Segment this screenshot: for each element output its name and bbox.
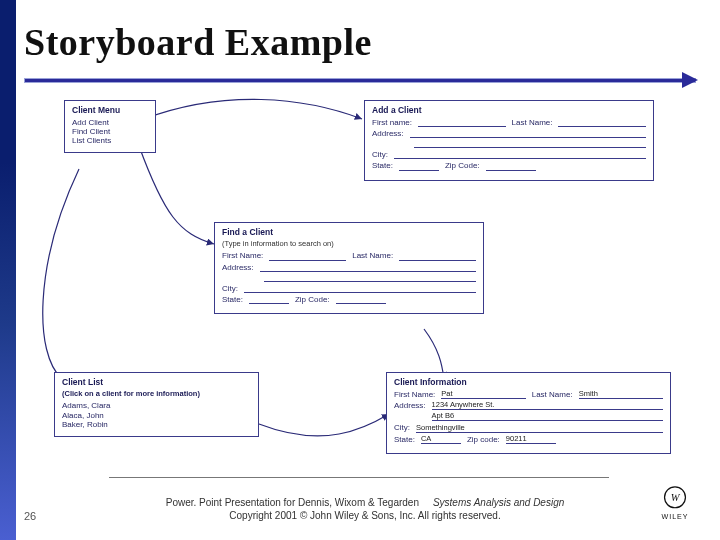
label-zip: Zip code: [467, 435, 500, 444]
publisher-logo: W WILEY [656, 484, 694, 522]
label-city: City: [222, 284, 238, 293]
label-last-name: Last Name: [352, 251, 393, 260]
footer-text: Power. Point Presentation for Dennis, Wi… [74, 497, 656, 522]
blank-line [414, 140, 646, 148]
menu-item: List Clients [72, 136, 148, 145]
frame-client-list: Client List (Click on a client for more … [54, 372, 259, 437]
footer-copyright: Copyright 2001 © John Wiley & Sons, Inc.… [229, 510, 500, 521]
label-city: City: [372, 150, 388, 159]
menu-item: Find Client [72, 127, 148, 136]
slide-footer: 26 Power. Point Presentation for Dennis,… [24, 477, 694, 522]
label-state: State: [222, 295, 243, 304]
value-first-name: Pat [441, 390, 525, 399]
blank-line [486, 163, 536, 171]
label-address: Address: [372, 129, 404, 138]
svg-text:W: W [671, 492, 681, 503]
storyboard-canvas: Client Menu Add Client Find Client List … [24, 94, 696, 464]
frame-client-info: Client Information First Name:Pat Last N… [386, 372, 671, 454]
frame-hint: (Click on a client for more information) [62, 390, 251, 399]
blank-line [269, 253, 346, 261]
blank-line [558, 119, 646, 127]
value-zip: 90211 [506, 435, 556, 444]
blank-line [410, 130, 646, 138]
label-address: Address: [222, 263, 254, 272]
menu-item: Add Client [72, 118, 148, 127]
footer-rule [109, 477, 609, 478]
blank-line [244, 285, 476, 293]
blank-line [399, 253, 476, 261]
blank-line [264, 274, 476, 282]
list-item: Baker, Robin [62, 420, 251, 429]
page-number: 26 [24, 510, 74, 522]
label-zip: Zip Code: [445, 161, 480, 170]
label-zip: Zip Code: [295, 295, 330, 304]
label-last-name: Last Name: [532, 390, 573, 399]
footer-credit: Power. Point Presentation for Dennis, Wi… [166, 497, 419, 508]
list-item: Adams, Clara [62, 401, 251, 410]
frame-hint: (Type in information to search on) [222, 240, 476, 249]
list-item: Alaca, John [62, 411, 251, 420]
frame-header: Client Information [394, 378, 663, 388]
value-state: CA [421, 435, 461, 444]
blank-line [399, 163, 439, 171]
value-last-name: Smith [579, 390, 663, 399]
frame-header: Add a Client [372, 106, 646, 116]
label-state: State: [372, 161, 393, 170]
frame-client-menu: Client Menu Add Client Find Client List … [64, 100, 156, 153]
slide-accent-strip [0, 0, 16, 540]
value-city: Somethingville [416, 424, 663, 433]
title-underline [24, 76, 696, 84]
footer-book-title: Systems Analysis and Design [433, 497, 564, 508]
value-address1: 1234 Anywhere St. [432, 401, 663, 410]
svg-text:WILEY: WILEY [662, 513, 689, 521]
label-first-name: First name: [372, 118, 412, 127]
wiley-icon: W WILEY [656, 484, 694, 522]
blank-line [418, 119, 506, 127]
frame-find-client: Find a Client (Type in information to se… [214, 222, 484, 314]
blank-line [394, 151, 646, 159]
frame-add-client: Add a Client First name: Last Name: Addr… [364, 100, 654, 181]
arrow-right-icon [682, 72, 698, 88]
blank-line [260, 264, 476, 272]
label-first-name: First Name: [222, 251, 263, 260]
blank-line [249, 296, 289, 304]
label-state: State: [394, 435, 415, 444]
frame-header: Client List [62, 378, 251, 388]
value-address2: Apt B6 [432, 412, 663, 421]
label-address: Address: [394, 401, 426, 410]
label-first-name: First Name: [394, 390, 435, 399]
label-city: City: [394, 423, 410, 432]
label-last-name: Last Name: [512, 118, 553, 127]
frame-header: Client Menu [72, 106, 148, 116]
blank-line [336, 296, 386, 304]
frame-header: Find a Client [222, 228, 476, 238]
slide-title: Storyboard Example [24, 20, 372, 64]
